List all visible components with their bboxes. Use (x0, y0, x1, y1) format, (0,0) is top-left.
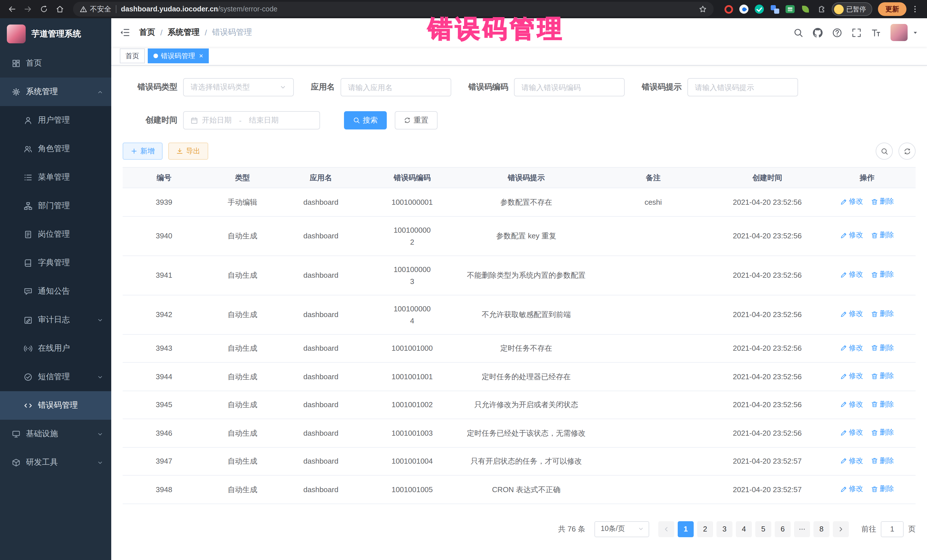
error-hint-input[interactable] (687, 78, 798, 96)
sidebar-item-menu-management[interactable]: 菜单管理 (0, 163, 111, 191)
pager-prev-button[interactable] (658, 521, 674, 537)
edit-link[interactable]: 修改 (840, 342, 863, 354)
pager-page-3[interactable]: 3 (716, 521, 732, 537)
edit-link[interactable]: 修改 (840, 426, 863, 439)
goto-page-input[interactable] (881, 521, 904, 537)
error-type-select[interactable]: 请选择错误码类型 (183, 78, 294, 96)
sidebar-item-user-management[interactable]: 用户管理 (0, 106, 111, 135)
delete-link[interactable]: 删除 (871, 308, 894, 320)
toggle-search-button[interactable] (876, 143, 893, 160)
cell-app: dashboard (280, 216, 362, 255)
tag-item[interactable]: 错误码管理× (148, 49, 209, 63)
green-list-extension-icon[interactable] (785, 4, 795, 14)
help-icon[interactable] (832, 28, 842, 37)
address-bar[interactable]: 不安全 dashboard.yudao.iocoder.cn/system/er… (73, 2, 713, 17)
sidebar-item-home[interactable]: 首页 (0, 49, 111, 77)
cell-id: 3948 (123, 475, 205, 504)
puzzle-extensions-icon[interactable] (816, 4, 826, 14)
teal-check-extension-icon[interactable] (754, 4, 764, 14)
tags-bar: 首页错误码管理× (111, 47, 927, 65)
browser-update-button[interactable]: 更新 (878, 2, 906, 16)
pager-page-6[interactable]: 6 (775, 521, 791, 537)
close-icon[interactable]: × (199, 52, 203, 59)
delete-link[interactable]: 删除 (871, 196, 894, 208)
app-logo[interactable]: 芋道管理系统 (0, 18, 111, 49)
delete-link[interactable]: 删除 (871, 455, 894, 467)
fullscreen-icon[interactable] (852, 28, 862, 37)
sidebar-item-audit-log[interactable]: 审计日志 (0, 306, 111, 334)
sidebar-item-error-code-management[interactable]: 错误码管理 (0, 391, 111, 420)
search-icon[interactable] (793, 28, 803, 37)
pager-page-5[interactable]: 5 (755, 521, 771, 537)
refresh-table-button[interactable] (898, 143, 916, 160)
profile-paused-badge[interactable]: 已暂停 (831, 2, 872, 16)
cell-code: 1001001001 (362, 363, 462, 391)
sidebar-item-label: 部门管理 (38, 201, 70, 211)
error-code-input[interactable] (514, 78, 625, 96)
delete-link[interactable]: 删除 (871, 426, 894, 439)
add-button[interactable]: 新增 (123, 143, 163, 160)
sidebar-item-sms-management[interactable]: 短信管理 (0, 363, 111, 391)
caret-down-icon[interactable] (912, 29, 918, 36)
github-icon[interactable] (813, 28, 823, 37)
blue-drop-extension-icon[interactable] (739, 4, 749, 14)
sidebar-fold-icon[interactable] (120, 27, 130, 38)
delete-link[interactable]: 删除 (871, 370, 894, 382)
sidebar-item-infrastructure[interactable]: 基础设施 (0, 420, 111, 448)
breadcrumb-item[interactable]: 系统管理 (168, 27, 200, 38)
font-size-icon[interactable] (871, 28, 881, 37)
export-button[interactable]: 导出 (168, 143, 208, 160)
app-name-input[interactable] (340, 78, 451, 96)
leaf-extension-icon[interactable] (801, 4, 810, 14)
edit-link[interactable]: 修改 (840, 483, 863, 495)
pager-next-button[interactable] (833, 521, 849, 537)
cell-remark (590, 255, 716, 295)
browser-menu-icon[interactable] (907, 2, 922, 17)
sidebar-item-dept-management[interactable]: 部门管理 (0, 191, 111, 220)
forward-button[interactable] (21, 2, 35, 17)
pager-page-8[interactable]: 8 (813, 521, 830, 537)
sidebar-item-dict-management[interactable]: 字典管理 (0, 249, 111, 277)
edit-link[interactable]: 修改 (840, 308, 863, 320)
edit-link[interactable]: 修改 (840, 196, 863, 208)
sidebar-item-notice-management[interactable]: 通知公告 (0, 277, 111, 306)
browser-home-button[interactable] (53, 2, 67, 17)
app-name-label: 应用名 (311, 82, 335, 93)
delete-link[interactable]: 删除 (871, 398, 894, 410)
delete-link[interactable]: 删除 (871, 229, 894, 241)
pager-page-4[interactable]: 4 (736, 521, 752, 537)
chevron-down-icon (97, 374, 103, 380)
pager-more-button[interactable] (794, 521, 810, 537)
back-button[interactable] (5, 2, 20, 17)
date-range-picker[interactable]: 开始日期 - 结束日期 (183, 111, 320, 129)
delete-link[interactable]: 删除 (871, 342, 894, 354)
reset-button[interactable]: 重置 (395, 111, 438, 129)
cell-app: dashboard (280, 295, 362, 334)
breadcrumb-item[interactable]: 首页 (139, 27, 155, 38)
edit-link[interactable]: 修改 (840, 370, 863, 382)
sidebar-item-system-management[interactable]: 系统管理 (0, 77, 111, 106)
tag-item[interactable]: 首页 (120, 49, 145, 63)
pager-page-1[interactable]: 1 (678, 521, 694, 537)
edit-link[interactable]: 修改 (840, 269, 863, 281)
create-time-label: 创建时间 (123, 115, 178, 126)
reload-button[interactable] (36, 2, 51, 17)
edit-link[interactable]: 修改 (840, 455, 863, 467)
delete-link[interactable]: 删除 (871, 483, 894, 495)
cell-code: 1001000001 (362, 188, 462, 216)
sidebar-item-role-management[interactable]: 角色管理 (0, 135, 111, 163)
user-avatar[interactable] (891, 24, 907, 41)
red-circle-extension-icon[interactable] (723, 4, 733, 14)
column-header: 错误码提示 (462, 167, 590, 188)
bookmark-star-icon[interactable] (699, 5, 707, 13)
search-button[interactable]: 搜索 (344, 111, 387, 129)
sidebar-item-post-management[interactable]: 岗位管理 (0, 220, 111, 249)
edit-link[interactable]: 修改 (840, 398, 863, 410)
sidebar-item-online-user[interactable]: 在线用户 (0, 334, 111, 363)
page-size-select[interactable]: 10条/页 (594, 521, 649, 537)
delete-link[interactable]: 删除 (871, 269, 894, 281)
blue-grid-extension-icon[interactable] (770, 4, 780, 14)
sidebar-item-dev-tools[interactable]: 研发工具 (0, 448, 111, 477)
edit-link[interactable]: 修改 (840, 229, 863, 241)
pager-page-2[interactable]: 2 (697, 521, 713, 537)
